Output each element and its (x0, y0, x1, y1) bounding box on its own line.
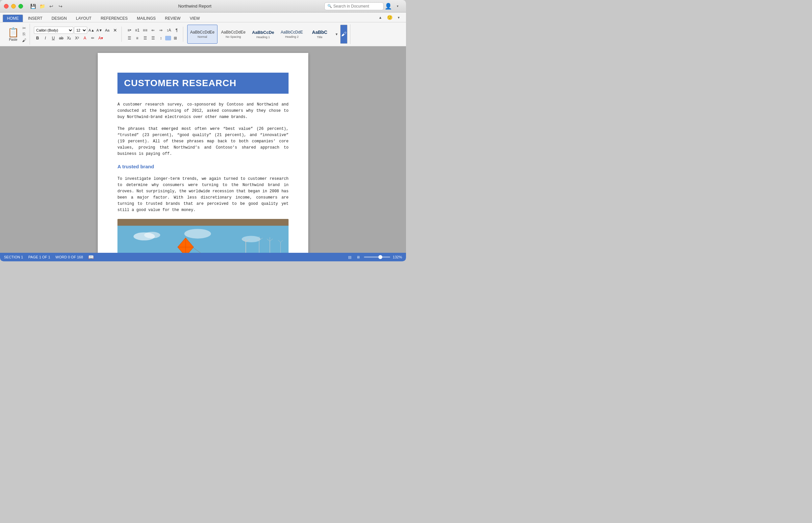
style-heading1-preview: AaBbCcDe (252, 30, 274, 35)
align-center-button[interactable]: ≡ (134, 35, 141, 42)
status-words: WORD 0 OF 168 (56, 255, 83, 259)
line-spacing-button[interactable]: ↕ (157, 35, 165, 42)
book-icon[interactable]: 📖 (88, 254, 94, 260)
save-icon[interactable]: 💾 (28, 2, 37, 11)
style-normal-preview: AaBbCcDdEe (190, 30, 214, 35)
status-right: ▤ 🖥 132% (347, 254, 402, 260)
font-size-select[interactable]: 12 (74, 26, 87, 34)
justify-button[interactable]: ☰ (149, 35, 157, 42)
document-body: A customer research survey, co-sponsored… (118, 102, 289, 214)
styles-scroll-down[interactable]: ▾ (334, 24, 340, 44)
tab-layout[interactable]: LAYOUT (72, 15, 96, 22)
decrease-font-button[interactable]: A▼ (96, 26, 103, 34)
redo-icon[interactable]: ↪ (56, 2, 65, 11)
tab-view[interactable]: VIEW (186, 15, 204, 22)
tab-review[interactable]: REVIEW (160, 15, 185, 22)
tab-home[interactable]: HOME (3, 15, 23, 22)
titlebar: 💾 📁 ↩ ↪ Northwind Report 🔍 👤 ▾ (0, 0, 406, 13)
ribbon-content: 📋 Paste ✂ ⎘ 🖌 Calibri (Body) 12 (0, 22, 406, 46)
user-icon[interactable]: 👤 (384, 2, 393, 11)
paste-label: Paste (9, 38, 17, 41)
align-right-button[interactable]: ☰ (141, 35, 149, 42)
increase-indent-button[interactable]: ⇒ (157, 26, 165, 34)
tab-mailings[interactable]: MAILINGS (133, 15, 160, 22)
document-title-banner: CUSTOMER RESEARCH (118, 73, 289, 94)
text-color-button[interactable]: A▾ (97, 35, 104, 42)
search-input[interactable] (333, 4, 381, 8)
status-left: SECTION 1 PAGE 1 OF 1 WORD 0 OF 168 📖 (4, 254, 342, 260)
chevron-down-icon[interactable]: ▾ (393, 2, 402, 11)
decrease-indent-button[interactable]: ⇐ (149, 26, 157, 34)
tab-references[interactable]: REFERENCES (97, 15, 132, 22)
copy-button[interactable]: ⎘ (21, 31, 27, 37)
italic-button[interactable]: I (42, 35, 49, 42)
app-window: 💾 📁 ↩ ↪ Northwind Report 🔍 👤 ▾ HOME INSE… (0, 0, 406, 262)
highlight-button[interactable]: ✏ (89, 35, 97, 42)
bullets-button[interactable]: ≡• (126, 26, 133, 34)
underline-button[interactable]: U (50, 35, 57, 42)
document-page: CUSTOMER RESEARCH A customer research su… (98, 53, 308, 253)
style-heading2[interactable]: AaBbCcDdE Heading 2 (278, 25, 306, 44)
style-title-label: Title (317, 36, 323, 39)
borders-button[interactable]: ⊞ (172, 35, 179, 42)
ribbon-collapse-icon[interactable]: ▲ (376, 13, 385, 22)
font-name-select[interactable]: Calibri (Body) (34, 26, 73, 34)
bold-button[interactable]: B (34, 35, 41, 42)
cut-button[interactable]: ✂ (21, 25, 27, 31)
paragraph-group: ≡• ≡1 ≡≡ ⇐ ⇒ ↕A ¶ ☰ ≡ ☰ ☰ ↕ ⊞ (123, 26, 183, 42)
subscript-button[interactable]: X₂ (66, 35, 73, 42)
styles-expand-button[interactable]: 🖌 (340, 25, 347, 44)
document-area[interactable]: CUSTOMER RESEARCH A customer research su… (0, 46, 406, 253)
style-heading1[interactable]: AaBbCcDe Heading 1 (249, 25, 277, 44)
document-paragraph-2: The phrases that emerged most often were… (118, 126, 289, 158)
paste-icon: 📋 (7, 27, 19, 38)
undo-icon[interactable]: ↩ (47, 2, 56, 11)
superscript-button[interactable]: X² (73, 35, 81, 42)
clear-format-button[interactable]: ✕ (111, 26, 119, 34)
style-title[interactable]: AaBbC Title (307, 25, 333, 44)
shading-button[interactable] (165, 36, 171, 40)
format-painter-button[interactable]: 🖌 (21, 37, 27, 43)
sort-button[interactable]: ↕A (165, 26, 172, 34)
status-page: PAGE 1 OF 1 (28, 255, 50, 259)
style-normal-label: Normal (198, 35, 207, 38)
tab-design[interactable]: DESIGN (47, 15, 71, 22)
ribbon-tabs: HOME INSERT DESIGN LAYOUT REFERENCES MAI… (0, 13, 406, 22)
numbering-button[interactable]: ≡1 (134, 26, 141, 34)
minimize-button[interactable] (11, 4, 16, 8)
style-title-preview: AaBbC (312, 30, 327, 35)
align-left-button[interactable]: ☰ (126, 35, 133, 42)
fullscreen-button[interactable] (18, 4, 23, 8)
print-view-icon[interactable]: ▤ (347, 254, 353, 260)
chevron-icon[interactable]: ▾ (394, 13, 403, 22)
window-title: Northwind Report (65, 4, 324, 8)
web-view-icon[interactable]: 🖥 (355, 254, 361, 260)
strikethrough-button[interactable]: ab (57, 35, 65, 42)
style-heading2-preview: AaBbCcDdE (281, 30, 303, 35)
paste-side-buttons: ✂ ⎘ 🖌 (21, 25, 27, 43)
font-color-button[interactable]: A (81, 35, 88, 42)
multilevel-button[interactable]: ≡≡ (141, 26, 149, 34)
paste-button[interactable]: 📋 Paste (5, 25, 21, 43)
style-no-spacing[interactable]: AaBbCcDdEe No Spacing (218, 25, 248, 44)
folder-icon[interactable]: 📁 (37, 2, 47, 11)
font-row-1: Calibri (Body) 12 A▲ A▼ Aa ✕ (34, 26, 119, 34)
emoji-icon[interactable]: 🙂 (385, 13, 394, 22)
change-case-button[interactable]: Aa (104, 26, 111, 34)
increase-font-button[interactable]: A▲ (88, 26, 95, 34)
style-normal[interactable]: AaBbCcDdEe Normal (187, 25, 218, 44)
style-heading1-label: Heading 1 (256, 36, 270, 39)
styles-group: AaBbCcDdEe Normal AaBbCcDdEe No Spacing … (185, 24, 350, 44)
close-button[interactable] (4, 4, 8, 8)
search-box[interactable]: 🔍 (324, 2, 384, 10)
font-row-2: B I U ab X₂ X² A ✏ A▾ (34, 35, 119, 42)
font-group: Calibri (Body) 12 A▲ A▼ Aa ✕ B I U ab X₂ (31, 26, 122, 42)
document-paragraph-3: To investigate longer-term trends, we ag… (118, 176, 289, 214)
tab-insert[interactable]: INSERT (24, 15, 47, 22)
align-row: ☰ ≡ ☰ ☰ ↕ ⊞ (126, 35, 180, 42)
document-paragraph-1: A customer research survey, co-sponsored… (118, 102, 289, 121)
svg-point-2 (144, 232, 160, 238)
style-no-spacing-label: No Spacing (226, 35, 241, 38)
zoom-slider[interactable] (364, 256, 390, 258)
show-marks-button[interactable]: ¶ (173, 26, 180, 34)
